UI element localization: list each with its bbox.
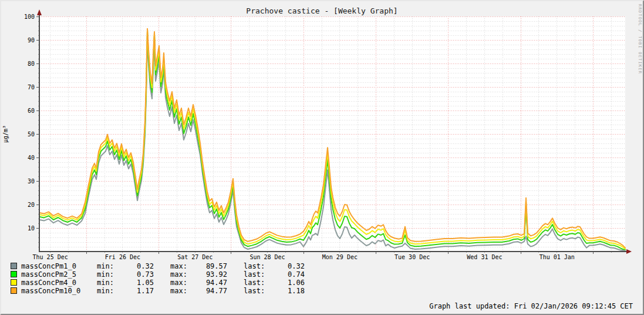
legend-min-value: 1.05: [119, 279, 154, 287]
y-tick-label: 30: [28, 178, 35, 185]
legend-swatch-pm10: [11, 287, 17, 294]
legend-last-value: 0.74: [269, 270, 305, 279]
y-tick-label: 80: [28, 61, 35, 67]
legend-row: massConcPm2_5min:0.73max:93.92last:0.74: [11, 270, 305, 279]
legend-max-label: max:: [170, 262, 192, 270]
legend-max-label: max:: [170, 279, 192, 287]
legend-last-value: 0.32: [269, 262, 305, 270]
y-tick-label: 100: [24, 14, 35, 20]
y-tick-label: 40: [28, 155, 35, 161]
legend-row: massConcPm10_0min:1.17max:94.77last:1.18: [11, 287, 305, 295]
legend-swatch-pm1: [11, 263, 17, 269]
legend-max-label: max:: [170, 270, 192, 279]
legend-row: massConcPm4_0min:1.05max:94.47last:1.06: [11, 279, 305, 287]
legend-min-label: min:: [97, 270, 119, 279]
legend-series-label: massConcPm10_0: [21, 287, 97, 295]
y-tick-label: 10: [28, 225, 35, 232]
legend-max-value: 93.92: [192, 270, 227, 279]
legend-min-value: 0.73: [119, 270, 154, 279]
y-tick-label: 20: [28, 202, 35, 208]
y-tick-label: 70: [28, 84, 35, 91]
y-axis-arrow-icon: [37, 9, 42, 15]
legend-last-label: last:: [244, 270, 269, 279]
legend-last-value: 1.18: [269, 287, 305, 295]
x-tick-label: Thu 01 Jan: [540, 254, 575, 260]
x-tick-label: Wed 31 Dec: [467, 254, 502, 260]
x-tick-label: Fri 26 Dec: [105, 254, 140, 260]
y-tick-label: 90: [28, 37, 35, 43]
legend-min-label: min:: [97, 279, 119, 287]
legend-max-label: max:: [170, 287, 192, 295]
legend-series-label: massConcPm4_0: [21, 279, 97, 287]
watermark-text: RRDTOOL / TOBI OETIKER: [638, 4, 642, 74]
legend-max-value: 89.57: [192, 262, 227, 270]
legend-max-value: 94.77: [192, 287, 227, 295]
x-tick-label: Sat 27 Dec: [177, 254, 213, 260]
legend-last-label: last:: [244, 287, 269, 295]
legend-min-value: 1.17: [119, 287, 154, 295]
legend-swatch-pm2-5: [11, 271, 17, 277]
y-tick-label: 50: [28, 131, 35, 138]
legend-min-label: min:: [97, 287, 119, 295]
legend-last-label: last:: [244, 279, 269, 287]
legend-series-label: massConcPm1_0: [21, 262, 97, 270]
legend-last-label: last:: [244, 262, 269, 270]
legend-series-label: massConcPm2_5: [21, 270, 97, 279]
legend-min-label: min:: [97, 262, 119, 270]
y-axis-title: µg/m³: [2, 125, 9, 143]
last-updated-text: Graph last updated: Fri 02/Jan/2026 09:1…: [429, 302, 633, 310]
x-tick-label: Mon 29 Dec: [322, 254, 358, 260]
x-axis-arrow-icon: [626, 249, 632, 254]
x-tick-label: Sun 28 Dec: [249, 254, 285, 260]
legend-swatch-pm4: [11, 279, 17, 286]
x-tick-label: Tue 30 Dec: [395, 254, 430, 260]
legend-row: massConcPm1_0min:0.32max:89.57last:0.32: [11, 262, 305, 270]
rrd-graph-window: Prachove castice - [Weekly Graph] 102030…: [0, 0, 644, 315]
x-tick-label: Thu 25 Dec: [33, 254, 68, 260]
legend-max-value: 94.47: [192, 279, 227, 287]
legend-min-value: 0.32: [119, 262, 154, 270]
y-tick-label: 60: [28, 108, 35, 114]
legend: massConcPm1_0min:0.32max:89.57last:0.32 …: [11, 262, 305, 295]
legend-last-value: 1.06: [269, 279, 305, 287]
